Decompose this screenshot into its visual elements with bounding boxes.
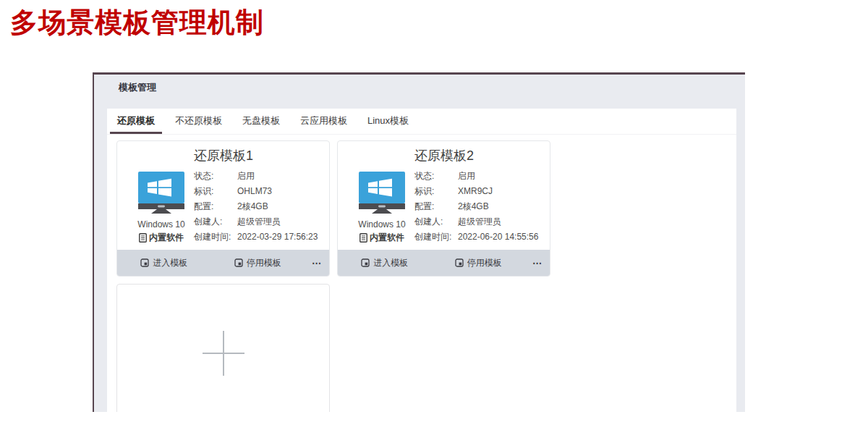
card-footer: 进入模板 停用模板 ⋯: [117, 250, 329, 276]
tab-bar: 还原模板 不还原模板 无盘模板 云应用模板 Linux模板: [107, 109, 736, 135]
template-card: Windows 10 内置软件: [116, 140, 330, 277]
tab-cloud-app-template[interactable]: 云应用模板: [293, 108, 354, 134]
field-value: 2022-06-20 14:55:56: [458, 229, 550, 245]
card-icon-column: Windows 10 内置软件: [338, 141, 414, 250]
tab-non-restore-template[interactable]: 不还原模板: [168, 108, 229, 134]
panel-content: 还原模板 不还原模板 无盘模板 云应用模板 Linux模板: [107, 109, 736, 412]
enter-template-button[interactable]: 进入模板: [338, 250, 432, 276]
field-value: 超级管理员: [237, 214, 329, 229]
tab-linux-template[interactable]: Linux模板: [360, 108, 416, 134]
field-label: 状态:: [194, 169, 237, 184]
field-row-status: 状态: 启用: [194, 169, 329, 184]
builtin-software-badge: 内置软件: [139, 232, 184, 244]
field-row-created-time: 创建时间: 2022-03-29 17:56:23: [194, 229, 329, 245]
disable-template-button[interactable]: 停用模板: [211, 250, 305, 276]
more-options-button[interactable]: ⋯: [525, 250, 550, 276]
field-value: 2核4GB: [458, 199, 550, 214]
field-value: 启用: [458, 169, 550, 184]
field-row-creator: 创建人: 超级管理员: [194, 214, 329, 229]
field-value: 2022-03-29 17:56:23: [237, 229, 329, 245]
template-card: Windows 10 内置软件: [337, 140, 550, 277]
disable-template-label: 停用模板: [467, 257, 502, 269]
builtin-software-label: 内置软件: [370, 232, 404, 244]
enter-template-icon: [140, 258, 149, 267]
template-card-grid: Windows 10 内置软件: [107, 135, 736, 412]
card-body: Windows 10 内置软件: [117, 141, 329, 250]
card-footer: 进入模板 停用模板 ⋯: [338, 250, 550, 276]
add-template-card[interactable]: [116, 284, 330, 412]
card-info-column: 还原模板1 状态: 启用 标识: OHLM73: [194, 141, 329, 250]
field-row-config: 配置: 2核4GB: [414, 199, 550, 214]
field-row-id: 标识: XMR9CJ: [414, 184, 550, 199]
field-row-id: 标识: OHLM73: [194, 184, 329, 199]
field-label: 创建人:: [194, 214, 237, 229]
plus-icon: [223, 331, 224, 376]
os-label: Windows 10: [358, 219, 405, 229]
card-info-column: 还原模板2 状态: 启用 标识: XMR9CJ: [414, 141, 550, 250]
field-label: 标识:: [414, 184, 458, 199]
builtin-software-label: 内置软件: [149, 232, 184, 244]
field-value: 超级管理员: [458, 214, 550, 229]
document-icon: [359, 233, 367, 243]
field-value: 启用: [237, 169, 329, 184]
enter-template-label: 进入模板: [153, 257, 187, 269]
windows-monitor-icon: [135, 172, 187, 215]
os-label: Windows 10: [137, 219, 184, 229]
enter-template-button[interactable]: 进入模板: [117, 250, 211, 276]
disable-template-button[interactable]: 停用模板: [432, 250, 526, 276]
windows-monitor-icon: [356, 172, 408, 215]
template-management-panel: 模板管理 还原模板 不还原模板 无盘模板 云应用模板 Linux模板: [93, 72, 745, 412]
enter-template-label: 进入模板: [373, 257, 408, 269]
field-row-status: 状态: 启用: [414, 169, 550, 184]
more-options-icon: ⋯: [532, 258, 542, 269]
field-label: 创建时间:: [414, 229, 458, 245]
field-value: 2核4GB: [237, 199, 329, 214]
card-fields: 状态: 启用 标识: OHLM73 配置: 2核4GB: [194, 169, 329, 245]
field-label: 配置:: [414, 199, 458, 214]
card-body: Windows 10 内置软件: [338, 141, 550, 250]
panel-header-title: 模板管理: [94, 75, 745, 109]
more-options-icon: ⋯: [312, 258, 322, 269]
enter-template-icon: [361, 258, 370, 267]
field-label: 标识:: [194, 184, 237, 199]
page-title: 多场景模板管理机制: [10, 4, 264, 41]
field-row-creator: 创建人: 超级管理员: [414, 214, 550, 229]
card-fields: 状态: 启用 标识: XMR9CJ 配置: 2核4GB: [414, 169, 550, 245]
builtin-software-badge: 内置软件: [359, 232, 404, 244]
field-value: XMR9CJ: [458, 184, 550, 199]
field-label: 配置:: [194, 199, 237, 214]
document-icon: [139, 233, 147, 243]
card-title: 还原模板2: [414, 147, 550, 164]
field-value: OHLM73: [237, 184, 329, 199]
disable-template-label: 停用模板: [247, 257, 281, 269]
field-row-config: 配置: 2核4GB: [194, 199, 329, 214]
field-label: 状态:: [414, 169, 458, 184]
card-icon-column: Windows 10 内置软件: [117, 141, 194, 250]
disable-template-icon: [234, 258, 243, 267]
field-label: 创建人:: [414, 214, 458, 229]
more-options-button[interactable]: ⋯: [305, 250, 329, 276]
tab-diskless-template[interactable]: 无盘模板: [235, 108, 287, 134]
field-row-created-time: 创建时间: 2022-06-20 14:55:56: [414, 229, 550, 245]
card-title: 还原模板1: [194, 147, 329, 164]
page: 多场景模板管理机制 模板管理 还原模板 不还原模板 无盘模板 云应用模板 Lin…: [0, 0, 868, 438]
tab-restore-template[interactable]: 还原模板: [110, 108, 162, 134]
field-label: 创建时间:: [194, 229, 237, 245]
disable-template-icon: [455, 258, 464, 267]
